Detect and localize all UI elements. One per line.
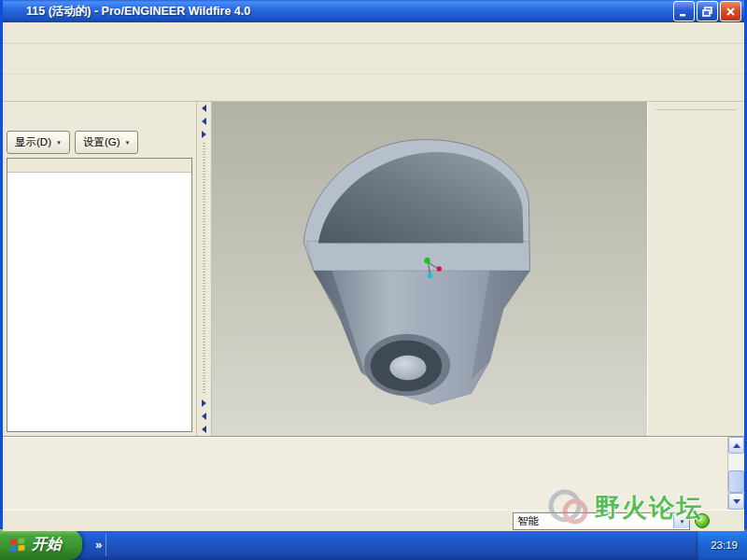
scroll-track[interactable] <box>728 454 744 470</box>
start-button-label: 开始 <box>32 535 62 554</box>
panel-splitter[interactable] <box>197 102 212 436</box>
minimize-button[interactable] <box>673 1 695 21</box>
restore-icon <box>701 6 713 18</box>
chevron-down-icon: ▼ <box>125 140 131 146</box>
boss-hole <box>389 356 426 380</box>
collapse-left-icon[interactable] <box>202 413 206 420</box>
message-area <box>3 436 744 510</box>
show-dropdown-label: 显示(D) <box>15 135 51 149</box>
navigator-tabs <box>3 102 196 129</box>
arrow-up-icon <box>733 443 740 448</box>
message-log <box>3 437 727 510</box>
model-tree <box>7 158 192 432</box>
settings-dropdown-label: 设置(G) <box>83 135 120 149</box>
status-bar: 智能 ▼ <box>3 510 744 531</box>
close-icon <box>725 6 737 18</box>
3d-part-model[interactable] <box>212 102 647 436</box>
arrow-down-icon <box>733 499 740 504</box>
settings-dropdown[interactable]: 设置(G) ▼ <box>75 131 139 154</box>
menu-bar <box>3 22 744 44</box>
expand-right-icon[interactable] <box>202 399 206 407</box>
selection-filter-value: 智能 <box>514 514 673 528</box>
minimize-icon <box>678 6 690 18</box>
tray-clock: 23:19 <box>711 539 738 551</box>
status-indicator-ball <box>695 513 710 528</box>
part-rim-band <box>306 242 529 271</box>
taskbar-divider <box>106 534 106 556</box>
graphics-viewport[interactable] <box>212 102 647 436</box>
model-tree-toolbar: 显示(D) ▼ 设置(G) ▼ <box>3 129 196 156</box>
main-toolbar <box>3 44 744 75</box>
scroll-thumb[interactable] <box>728 470 744 493</box>
view-toolbar <box>3 75 744 102</box>
quick-launch-overflow[interactable]: » <box>93 538 104 552</box>
window-title: 115 (活动的) - Pro/ENGINEER Wildfire 4.0 <box>26 4 671 20</box>
show-dropdown[interactable]: 显示(D) ▼ <box>7 131 70 154</box>
model-tree-list <box>7 173 191 431</box>
feature-toolbar <box>647 102 744 436</box>
selection-filter-combo[interactable]: 智能 ▼ <box>513 512 690 530</box>
message-scrollbar[interactable] <box>727 437 744 510</box>
scroll-up-button[interactable] <box>728 437 744 454</box>
chevron-down-icon: ▼ <box>680 519 685 525</box>
splitter-grip[interactable] <box>203 143 205 395</box>
windows-taskbar: 开始 » 23:19 <box>0 529 747 560</box>
collapse-left-icon[interactable] <box>202 426 206 433</box>
collapse-left-icon[interactable] <box>202 118 206 125</box>
scroll-down-button[interactable] <box>728 493 744 510</box>
start-button[interactable]: 开始 <box>0 529 82 560</box>
close-button[interactable] <box>720 1 741 21</box>
title-bar: 115 (活动的) - Pro/ENGINEER Wildfire 4.0 <box>3 0 744 22</box>
proe-window: 115 (活动的) - Pro/ENGINEER Wildfire 4.0 显示… <box>0 0 747 529</box>
navigator-panel: 显示(D) ▼ 设置(G) ▼ <box>3 102 197 436</box>
model-tree-header <box>7 159 191 173</box>
restore-button[interactable] <box>697 1 718 21</box>
chevron-down-icon: ▼ <box>56 140 62 146</box>
windows-logo-icon <box>8 536 27 554</box>
expand-right-icon[interactable] <box>202 131 206 138</box>
combo-dropdown-button[interactable]: ▼ <box>673 514 689 528</box>
collapse-left-icon[interactable] <box>202 105 206 112</box>
proe-part-icon <box>7 4 22 19</box>
system-tray: 23:19 <box>696 529 747 560</box>
main-area: 显示(D) ▼ 设置(G) ▼ <box>3 102 744 436</box>
